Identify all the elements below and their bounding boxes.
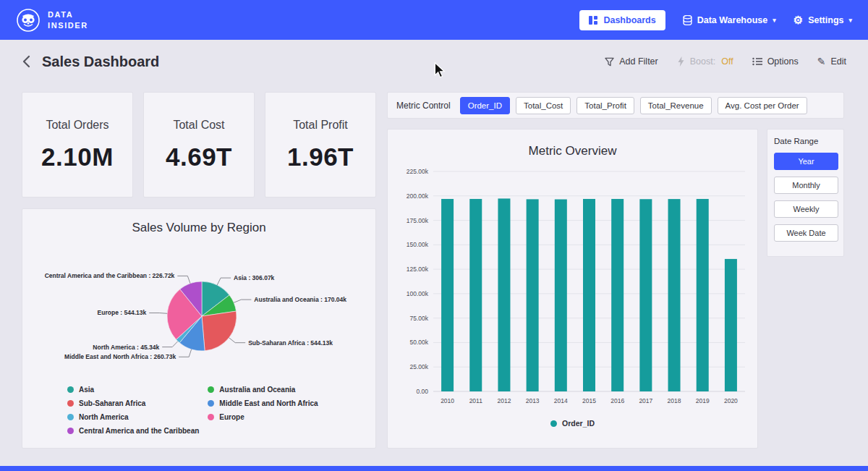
legend-item-asia[interactable]: Asia <box>67 386 199 394</box>
svg-text:200.00k: 200.00k <box>407 192 429 200</box>
filter-funnel-icon <box>605 57 614 67</box>
kpi-value: 4.69T <box>144 143 254 171</box>
metric-control-bar: Metric Control Order_IDTotal_CostTotal_P… <box>387 92 844 119</box>
svg-text:2020: 2020 <box>724 397 738 404</box>
sales-dashboard-page: DATA INSIDER Dashboards Data Warehou <box>0 0 868 471</box>
boost-state: Off <box>721 56 733 67</box>
legend-dot <box>208 386 214 393</box>
bar-2012[interactable] <box>498 198 510 391</box>
legend-item-sub-saharan-africa[interactable]: Sub-Saharan Africa <box>67 399 199 407</box>
bar-legend-label: Order_ID <box>562 419 595 428</box>
kpi-label: Total Orders <box>22 119 132 132</box>
boost-toggle[interactable]: Boost: Off <box>677 56 733 67</box>
sales-volume-card: Sales Volume by Region Asia : 306.07kAus… <box>22 208 376 449</box>
date-range-button-year[interactable]: Year <box>774 153 838 170</box>
bar-2016[interactable] <box>611 199 624 391</box>
pie-label-sub-saharan-africa: Sub-Saharan Africa : 544.13k <box>248 339 333 347</box>
legend-item-central-america-and-the-caribbean[interactable]: Central America and the Caribbean <box>67 427 199 435</box>
svg-text:2011: 2011 <box>469 397 483 404</box>
nav-settings-label: Settings <box>808 15 843 25</box>
date-range-button-monthly[interactable]: Monthly <box>774 177 838 194</box>
metric-button-total-revenue[interactable]: Total_Revenue <box>640 97 712 114</box>
legend-item-north-america[interactable]: North America <box>67 413 199 421</box>
kpi-label: Total Cost <box>144 119 254 132</box>
legend-item-europe[interactable]: Europe <box>208 413 318 421</box>
edit-button[interactable]: ✎ Edit <box>817 56 846 67</box>
back-button[interactable] <box>22 55 30 68</box>
bar-2015[interactable] <box>583 199 595 391</box>
nav-settings[interactable]: ⚙ Settings ▾ <box>793 14 852 25</box>
kpi-card-total-orders: Total Orders 2.10M <box>22 92 133 198</box>
kpi-value: 2.10M <box>22 143 132 171</box>
legend-label: Europe <box>219 413 244 421</box>
legend-item-middle-east-and-north-africa[interactable]: Middle East and North Africa <box>208 399 318 407</box>
chevron-down-icon: ▾ <box>848 17 852 24</box>
pie-label-australia-and-oceania: Australia and Oceania : 170.04k <box>254 296 346 303</box>
legend-label: Middle East and North Africa <box>219 399 318 407</box>
date-range-button-week-date[interactable]: Week Date <box>774 224 838 242</box>
metric-control-label: Metric Control <box>396 101 451 111</box>
pencil-icon: ✎ <box>817 56 826 67</box>
bar-2020[interactable] <box>725 259 737 391</box>
date-range-button-weekly[interactable]: Weekly <box>774 200 838 218</box>
pie-label-europe: Europe : 544.13k <box>98 309 147 316</box>
sales-volume-pie-chart: Asia : 306.07kAustralia and Oceania : 17… <box>22 235 377 402</box>
legend-label: Asia <box>79 386 94 394</box>
bar-2014[interactable] <box>555 200 567 391</box>
bar-2018[interactable] <box>668 199 681 391</box>
owl-logo-icon <box>16 8 41 33</box>
dashboard-grid-icon <box>589 16 597 25</box>
legend-item-australia-and-oceania[interactable]: Australia and Oceania <box>208 386 318 394</box>
kpi-card-total-profit: Total Profit 1.96T <box>265 92 376 198</box>
date-range-label: Date Range <box>774 137 837 145</box>
metric-button-avg-cost-per-order[interactable]: Avg. Cost per Order <box>718 97 807 114</box>
options-list-icon <box>752 57 762 66</box>
pie-label-middle-east-and-north-africa: Middle East and North Africa : 260.73k <box>64 353 176 360</box>
bottom-accent-bar <box>0 466 868 471</box>
bar-2013[interactable] <box>527 199 539 391</box>
legend-label: Australia and Oceania <box>219 386 295 394</box>
pie-chart-legend: AsiaSub-Saharan AfricaNorth AmericaCentr… <box>67 386 318 441</box>
legend-label: North America <box>79 413 129 421</box>
pie-slice-sub-saharan-africa[interactable] <box>202 311 237 351</box>
page-title: Sales Dashboard <box>42 54 159 70</box>
nav-data-warehouse[interactable]: Data Warehouse ▾ <box>683 15 776 25</box>
boost-label: Boost: <box>690 56 715 67</box>
nav-dashboards-button[interactable]: Dashboards <box>579 10 665 30</box>
bar-2019[interactable] <box>697 199 709 391</box>
metric-button-order-id[interactable]: Order_ID <box>460 97 510 114</box>
pie-label-central-america-and-the-caribbean: Central America and the Caribbean : 226.… <box>45 272 175 279</box>
kpi-card-total-cost: Total Cost 4.69T <box>143 92 255 198</box>
dashboard-header: Sales Dashboard Add Filter Boost: Off <box>0 40 868 83</box>
bar-2010[interactable] <box>441 199 454 391</box>
legend-dot <box>208 400 214 407</box>
pie-label-north-america: North America : 45.34k <box>93 344 159 351</box>
svg-text:225.00k: 225.00k <box>407 168 429 175</box>
bar-chart-title: Metric Overview <box>388 130 757 158</box>
chevron-left-icon <box>22 55 30 68</box>
svg-text:2016: 2016 <box>610 397 624 404</box>
metric-button-total-profit[interactable]: Total_Profit <box>576 97 634 114</box>
bar-chart-legend[interactable]: Order_ID <box>388 419 757 428</box>
svg-text:0.00: 0.00 <box>416 388 428 395</box>
brand-logo[interactable]: DATA INSIDER <box>16 8 88 33</box>
metric-button-group: Order_IDTotal_CostTotal_ProfitTotal_Reve… <box>460 97 807 114</box>
svg-text:2018: 2018 <box>668 397 681 404</box>
chevron-down-icon: ▾ <box>773 17 776 24</box>
svg-text:2012: 2012 <box>497 397 511 404</box>
options-label: Options <box>767 56 799 67</box>
edit-label: Edit <box>830 56 846 67</box>
add-filter-button[interactable]: Add Filter <box>605 56 658 67</box>
legend-label: Sub-Saharan Africa <box>79 399 145 407</box>
boost-bolt-icon <box>677 56 685 67</box>
legend-dot <box>208 414 214 420</box>
svg-text:125.00k: 125.00k <box>407 266 429 273</box>
date-range-button-group: YearMonthlyWeeklyWeek Date <box>774 153 837 242</box>
metric-button-total-cost[interactable]: Total_Cost <box>516 97 571 114</box>
header-actions: Add Filter Boost: Off Options ✎ Edit <box>605 56 846 67</box>
pie-chart-title: Sales Volume by Region <box>22 209 375 235</box>
options-button[interactable]: Options <box>752 56 799 67</box>
svg-text:150.00k: 150.00k <box>407 241 429 248</box>
bar-2011[interactable] <box>469 199 482 391</box>
bar-2017[interactable] <box>639 199 652 391</box>
